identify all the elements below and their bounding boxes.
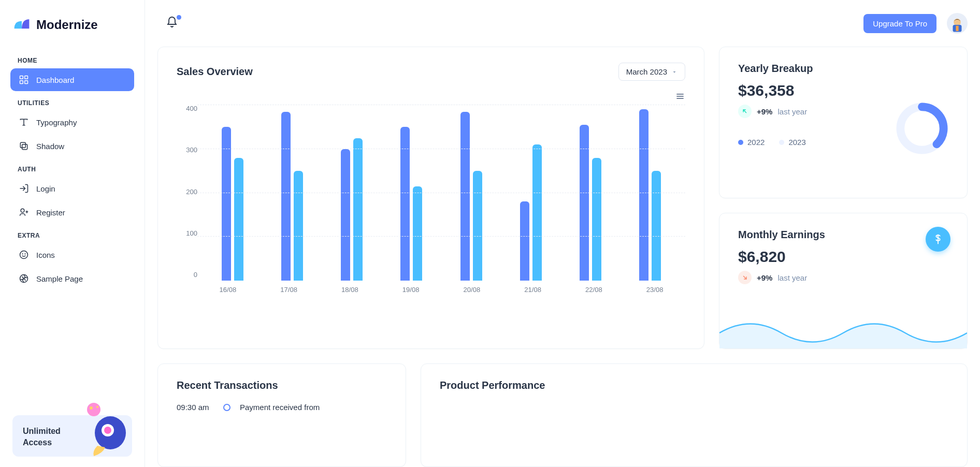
transactions-title: Recent Transactions <box>177 380 387 391</box>
sidebar-item-login[interactable]: Login <box>10 177 134 200</box>
x-tick: 16/08 <box>197 286 258 294</box>
x-tick: 21/08 <box>502 286 564 294</box>
chart-bar[interactable] <box>234 158 243 281</box>
svg-point-6 <box>21 209 24 212</box>
bar-group <box>341 105 363 281</box>
svg-rect-2 <box>20 81 23 84</box>
sidebar-item-dashboard[interactable]: Dashboard <box>10 68 134 91</box>
svg-point-17 <box>954 19 961 26</box>
x-tick: 18/08 <box>320 286 381 294</box>
sidebar-item-icons[interactable]: Icons <box>10 243 134 266</box>
x-tick: 20/08 <box>441 286 502 294</box>
typography-icon <box>19 117 29 127</box>
sidebar-item-label: Register <box>36 208 65 217</box>
chevron-down-icon <box>671 69 678 75</box>
brand[interactable]: Modernize <box>0 10 145 50</box>
svg-rect-1 <box>25 76 28 79</box>
bar-group <box>520 105 542 281</box>
arrow-up-left-icon <box>741 108 748 115</box>
nav-section-home: HOME <box>10 50 134 68</box>
chart-bar[interactable] <box>639 109 648 281</box>
monthly-earnings-card: Monthly Earnings $6,820 +9% last year <box>719 213 968 349</box>
timeline-dot-icon <box>223 404 230 411</box>
chart-bar[interactable] <box>400 127 410 281</box>
shadow-icon <box>19 141 29 151</box>
chart-bar[interactable] <box>341 149 350 281</box>
yearly-donut-chart <box>893 100 950 157</box>
bar-group <box>222 105 243 281</box>
chart-bar[interactable] <box>652 171 661 281</box>
y-tick: 100 <box>186 229 197 237</box>
x-tick: 17/08 <box>258 286 320 294</box>
legend-label: 2023 <box>788 138 805 147</box>
monthly-delta-context: last year <box>777 273 807 282</box>
chart-bar[interactable] <box>413 186 422 281</box>
x-tick: 22/08 <box>564 286 625 294</box>
chart-bar[interactable] <box>473 171 482 281</box>
chart-bar[interactable] <box>353 138 363 281</box>
legend-dot-icon <box>738 140 743 145</box>
svg-point-8 <box>22 254 23 254</box>
chart-bar[interactable] <box>460 112 470 281</box>
bar-group <box>460 105 482 281</box>
sidebar-item-label: Sample Page <box>36 274 83 283</box>
yearly-value: $36,358 <box>738 82 948 99</box>
sidebar-item-sample-page[interactable]: Sample Page <box>10 267 134 290</box>
sidebar-item-label: Login <box>36 184 55 193</box>
chart-bar[interactable] <box>281 112 291 281</box>
svg-rect-19 <box>956 26 958 31</box>
y-tick: 200 <box>186 188 197 196</box>
promo-title: Unlimited Access <box>23 426 85 448</box>
performance-title: Product Performance <box>440 380 948 391</box>
promo-card: Unlimited Access <box>12 415 132 457</box>
chart-x-axis: 16/0817/0818/0819/0820/0821/0822/0823/08 <box>197 286 685 294</box>
chart-bar[interactable] <box>222 127 231 281</box>
transaction-row: 09:30 am Payment received from <box>177 403 387 412</box>
chart-menu-button[interactable] <box>675 91 685 101</box>
chart-bar[interactable] <box>520 201 529 281</box>
period-select[interactable]: March 2023 <box>618 63 685 81</box>
sales-overview-card: Sales Overview March 2023 4003002001000 <box>157 47 704 349</box>
chart-bar[interactable] <box>532 144 542 281</box>
product-performance-card: Product Performance <box>421 363 968 467</box>
notifications-button[interactable] <box>166 16 180 31</box>
svg-rect-4 <box>20 142 25 148</box>
sales-title: Sales Overview <box>177 66 253 78</box>
transaction-time: 09:30 am <box>177 403 214 412</box>
transaction-text: Payment received from <box>240 403 320 412</box>
aperture-icon <box>19 273 29 284</box>
sidebar-item-register[interactable]: Register <box>10 201 134 224</box>
bar-group <box>580 105 601 281</box>
user-avatar[interactable] <box>947 13 968 34</box>
yearly-title: Yearly Breakup <box>738 63 948 75</box>
avatar-icon <box>948 16 966 34</box>
svg-point-14 <box>87 403 100 416</box>
sidebar-item-label: Dashboard <box>36 76 74 84</box>
sidebar-item-typography[interactable]: Typography <box>10 111 134 134</box>
arrow-down-right-icon <box>741 274 748 281</box>
topbar: Upgrade To Pro <box>157 0 968 47</box>
chart-bar[interactable] <box>592 158 601 281</box>
sidebar-item-label: Shadow <box>36 142 64 151</box>
sidebar: Modernize HOME Dashboard UTILITIES Typog… <box>0 0 145 467</box>
monthly-title: Monthly Earnings <box>738 229 948 241</box>
monthly-value: $6,820 <box>738 248 948 266</box>
transactions-list: 09:30 am Payment received from <box>177 403 387 412</box>
brand-name: Modernize <box>36 18 98 32</box>
brand-logo-icon <box>12 16 31 34</box>
y-tick: 0 <box>194 271 197 279</box>
upgrade-button[interactable]: Upgrade To Pro <box>863 14 936 33</box>
sidebar-item-shadow[interactable]: Shadow <box>10 135 134 157</box>
rocket-illustration <box>79 402 136 459</box>
recent-transactions-card: Recent Transactions 09:30 am Payment rec… <box>157 363 406 467</box>
legend-item: 2023 <box>779 138 805 147</box>
y-tick: 400 <box>186 105 197 112</box>
delta-down-badge <box>738 271 752 284</box>
dollar-icon <box>932 233 944 245</box>
login-icon <box>19 183 29 194</box>
chart-bar[interactable] <box>294 171 303 281</box>
svg-point-15 <box>90 406 93 410</box>
svg-rect-5 <box>22 144 27 150</box>
dashboard-icon <box>19 75 29 85</box>
svg-point-10 <box>20 275 28 283</box>
